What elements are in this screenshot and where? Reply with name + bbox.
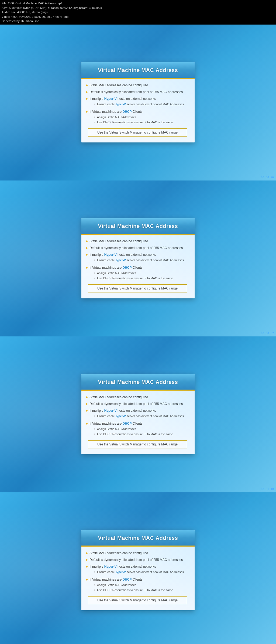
bullet-content: If Virtual machines are DHCP Clients ○As… bbox=[89, 110, 173, 126]
bullet-content: Static MAC addresses can be configured bbox=[89, 551, 148, 556]
sub-bullet-icon: ○ bbox=[94, 588, 95, 592]
meta-line2: Size: 52898808 bytes (50.45 MiB), durati… bbox=[2, 6, 274, 10]
bullet-content: Default is dynamically allocated from po… bbox=[89, 246, 183, 250]
hyperv-text: Hyper-V bbox=[104, 409, 117, 413]
sub-bullet-icon: ○ bbox=[94, 120, 95, 124]
bullet-item-2: ◆ If multiple Hyper-V hosts on external … bbox=[86, 564, 189, 575]
slide-section-3: Virtual Machine MAC Address ◆ Static MAC… bbox=[0, 492, 276, 644]
diamond-icon: ◆ bbox=[86, 422, 88, 425]
bullet-item-0: ◆ Static MAC addresses can be configured bbox=[86, 239, 189, 244]
bullet-item-1: ◆ Default is dynamically allocated from … bbox=[86, 558, 189, 562]
sub-list-item: ○Assign Static MAC Addresses bbox=[94, 583, 173, 587]
sub-bullet-icon: ○ bbox=[94, 583, 95, 587]
sub-item-text: Assign Static MAC Addresses bbox=[97, 427, 136, 431]
dhcp-text: DHCP bbox=[123, 266, 132, 270]
slide-header: Virtual Machine MAC Address bbox=[81, 374, 195, 390]
timestamp-badge: 00:00:26 bbox=[261, 176, 274, 179]
sub-bullet-icon: ○ bbox=[94, 276, 95, 280]
sub-list-item: ○Assign Static MAC Addresses bbox=[94, 427, 173, 431]
bullet-content: If multiple Hyper-V hosts on external ne… bbox=[89, 253, 184, 263]
sub-list-item: ○Use DHCP Reservations to ensure IP to M… bbox=[94, 432, 173, 436]
bullet-content: Static MAC addresses can be configured bbox=[89, 83, 148, 88]
sub-bullet-icon: ○ bbox=[94, 414, 95, 418]
diamond-icon: ◆ bbox=[86, 110, 88, 114]
bullet-item-0: ◆ Static MAC addresses can be configured bbox=[86, 83, 189, 88]
slide-body: ◆ Static MAC addresses can be configured… bbox=[81, 235, 195, 298]
manager-box: Use the Virtual Switch Manager to config… bbox=[88, 440, 187, 448]
sub-list-item: ○Assign Static MAC Addresses bbox=[94, 115, 173, 119]
slide-header: Virtual Machine MAC Address bbox=[81, 62, 195, 78]
bullet-text: Default is dynamically allocated from po… bbox=[89, 246, 183, 250]
bullet-text: Default is dynamically allocated from po… bbox=[89, 90, 183, 94]
bullet-text: If Virtual machines are DHCP Clients bbox=[89, 578, 143, 581]
bullet-item-3: ◆ If Virtual machines are DHCP Clients ○… bbox=[86, 421, 189, 438]
sub-item-text: Use DHCP Reservations to ensure IP to MA… bbox=[97, 432, 173, 436]
bullet-item-1: ◆ Default is dynamically allocated from … bbox=[86, 402, 189, 406]
bullet-text: If multiple Hyper-V hosts on external ne… bbox=[89, 409, 156, 413]
meta-line3: Audio: aac, 48000 Hz, stereo (eng) bbox=[2, 10, 274, 15]
sub-bullet-icon: ○ bbox=[94, 271, 95, 275]
hyperv-text: Hyper-V bbox=[104, 97, 117, 101]
meta-line1: File: 2.06 - Virtual Machine MAC Address… bbox=[2, 1, 274, 6]
sub-list-item: ○Ensure each Hyper-V server has differen… bbox=[94, 414, 184, 418]
manager-box: Use the Virtual Switch Manager to config… bbox=[88, 596, 187, 604]
sub-bullet-icon: ○ bbox=[94, 258, 95, 262]
sub-item-text: Assign Static MAC Addresses bbox=[97, 115, 136, 119]
sub-list-item: ○Assign Static MAC Addresses bbox=[94, 271, 173, 275]
slide-header: Virtual Machine MAC Address bbox=[81, 530, 195, 546]
bullet-item-2: ◆ If multiple Hyper-V hosts on external … bbox=[86, 97, 189, 107]
bullet-text: If multiple Hyper-V hosts on external ne… bbox=[89, 565, 156, 568]
bullet-item-3: ◆ If Virtual machines are DHCP Clients ○… bbox=[86, 265, 189, 282]
diamond-icon: ◆ bbox=[86, 402, 88, 406]
bullet-item-1: ◆ Default is dynamically allocated from … bbox=[86, 246, 189, 250]
sub-item-text: Assign Static MAC Addresses bbox=[97, 583, 136, 587]
bullet-content: If multiple Hyper-V hosts on external ne… bbox=[89, 408, 184, 419]
bullet-text: Static MAC addresses can be configured bbox=[89, 239, 148, 243]
bullet-list: ◆ Static MAC addresses can be configured… bbox=[86, 239, 189, 281]
diamond-icon: ◆ bbox=[86, 409, 88, 413]
bullet-content: Static MAC addresses can be configured bbox=[89, 395, 148, 400]
diamond-icon: ◆ bbox=[86, 266, 88, 270]
sub-item-text: Assign Static MAC Addresses bbox=[97, 271, 136, 275]
diamond-icon: ◆ bbox=[86, 565, 88, 568]
sub-list-item: ○Use DHCP Reservations to ensure IP to M… bbox=[94, 276, 173, 280]
bullet-content: If Virtual machines are DHCP Clients ○As… bbox=[89, 421, 173, 438]
slide-title: Virtual Machine MAC Address bbox=[87, 379, 189, 385]
diamond-icon: ◆ bbox=[86, 578, 88, 581]
sub-list-item: ○Ensure each Hyper-V server has differen… bbox=[94, 570, 184, 574]
bullet-text: Static MAC addresses can be configured bbox=[89, 551, 148, 555]
slide-title: Virtual Machine MAC Address bbox=[87, 535, 189, 541]
sub-list-item: ○Ensure each Hyper-V server has differen… bbox=[94, 258, 184, 262]
sub-bullet-icon: ○ bbox=[94, 427, 95, 431]
diamond-icon: ◆ bbox=[86, 551, 88, 555]
slide-section-2: Virtual Machine MAC Address ◆ Static MAC… bbox=[0, 336, 276, 492]
bullet-item-3: ◆ If Virtual machines are DHCP Clients ○… bbox=[86, 110, 189, 126]
slide-title: Virtual Machine MAC Address bbox=[87, 223, 189, 229]
bullet-content: If multiple Hyper-V hosts on external ne… bbox=[89, 97, 184, 107]
bullet-content: If multiple Hyper-V hosts on external ne… bbox=[89, 564, 184, 575]
bullet-item-1: ◆ Default is dynamically allocated from … bbox=[86, 90, 189, 94]
sub-item-text: Use DHCP Reservations to ensure IP to MA… bbox=[97, 120, 173, 124]
dhcp-text: DHCP bbox=[123, 578, 132, 581]
diamond-icon: ◆ bbox=[86, 253, 88, 257]
bullet-list: ◆ Static MAC addresses can be configured… bbox=[86, 551, 189, 593]
bullet-text: If Virtual machines are DHCP Clients bbox=[89, 422, 143, 425]
diamond-icon: ◆ bbox=[86, 90, 88, 94]
slide-body: ◆ Static MAC addresses can be configured… bbox=[81, 79, 195, 142]
sub-bullet-icon: ○ bbox=[94, 115, 95, 119]
sub-item-text: Use DHCP Reservations to ensure IP to MA… bbox=[97, 588, 173, 592]
slide-title: Virtual Machine MAC Address bbox=[87, 67, 189, 73]
bullet-text: If Virtual machines are DHCP Clients bbox=[89, 266, 143, 270]
dhcp-text: DHCP bbox=[123, 422, 132, 425]
bullet-text: If Virtual machines are DHCP Clients bbox=[89, 110, 143, 114]
slide-card: Virtual Machine MAC Address ◆ Static MAC… bbox=[81, 218, 195, 298]
sub-bullet-icon: ○ bbox=[94, 570, 95, 574]
hyperv-text: Hyper-V bbox=[115, 258, 126, 262]
slide-body: ◆ Static MAC addresses can be configured… bbox=[81, 391, 195, 454]
sub-bullet-icon: ○ bbox=[94, 102, 95, 106]
bullet-list: ◆ Static MAC addresses can be configured… bbox=[86, 395, 189, 437]
slide-section-1: Virtual Machine MAC Address ◆ Static MAC… bbox=[0, 180, 276, 336]
bullet-item-2: ◆ If multiple Hyper-V hosts on external … bbox=[86, 408, 189, 419]
slide-body: ◆ Static MAC addresses can be configured… bbox=[81, 547, 195, 610]
bullet-content: Default is dynamically allocated from po… bbox=[89, 558, 183, 562]
